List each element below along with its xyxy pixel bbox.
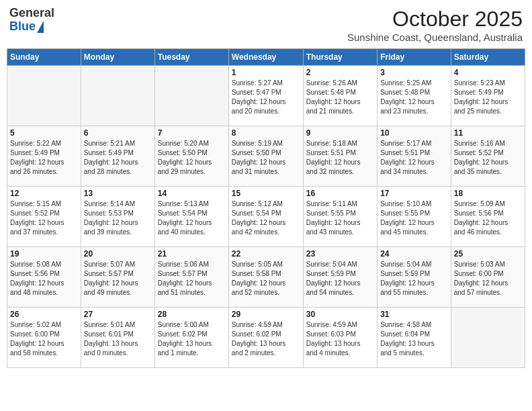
title-section: October 2025 Sunshine Coast, Queensland,… — [347, 7, 523, 43]
calendar-cell: 1Sunrise: 5:27 AMSunset: 5:47 PMDaylight… — [228, 66, 303, 126]
calendar-cell: 30Sunrise: 4:59 AMSunset: 6:03 PMDayligh… — [303, 308, 377, 368]
calendar-week-row: 5Sunrise: 5:22 AMSunset: 5:49 PMDaylight… — [7, 126, 525, 187]
day-info: Sunrise: 5:11 AMSunset: 5:55 PMDaylight:… — [306, 199, 374, 237]
day-info: Sunrise: 5:08 AMSunset: 5:56 PMDaylight:… — [10, 260, 78, 298]
calendar-cell: 26Sunrise: 5:02 AMSunset: 6:00 PMDayligh… — [7, 308, 81, 368]
location-subtitle: Sunshine Coast, Queensland, Australia — [347, 32, 523, 43]
column-header-sunday: Sunday — [7, 49, 81, 66]
day-number: 16 — [306, 189, 374, 198]
day-number: 8 — [232, 128, 300, 138]
calendar-cell — [81, 66, 154, 126]
day-info: Sunrise: 5:01 AMSunset: 6:01 PMDaylight:… — [84, 320, 152, 358]
calendar-header-row: SundayMondayTuesdayWednesdayThursdayFrid… — [7, 49, 525, 66]
day-info: Sunrise: 5:18 AMSunset: 5:51 PMDaylight:… — [306, 139, 374, 177]
column-header-thursday: Thursday — [303, 49, 377, 66]
calendar-cell: 14Sunrise: 5:13 AMSunset: 5:54 PMDayligh… — [154, 187, 228, 247]
calendar-cell: 5Sunrise: 5:22 AMSunset: 5:49 PMDaylight… — [7, 126, 81, 187]
calendar-cell: 23Sunrise: 5:04 AMSunset: 5:59 PMDayligh… — [303, 247, 377, 308]
calendar-cell: 12Sunrise: 5:15 AMSunset: 5:52 PMDayligh… — [7, 187, 81, 247]
day-number: 7 — [158, 128, 226, 138]
day-info: Sunrise: 5:17 AMSunset: 5:51 PMDaylight:… — [380, 139, 448, 177]
day-number: 6 — [84, 128, 152, 138]
calendar-cell — [451, 308, 525, 368]
calendar-cell: 3Sunrise: 5:25 AMSunset: 5:48 PMDaylight… — [378, 66, 451, 126]
day-number: 26 — [10, 310, 78, 319]
calendar-cell — [154, 66, 228, 126]
calendar-cell: 24Sunrise: 5:04 AMSunset: 5:59 PMDayligh… — [378, 247, 451, 308]
calendar-cell: 11Sunrise: 5:16 AMSunset: 5:52 PMDayligh… — [451, 126, 525, 187]
column-header-saturday: Saturday — [451, 49, 525, 66]
day-info: Sunrise: 5:22 AMSunset: 5:49 PMDaylight:… — [10, 139, 78, 177]
calendar-cell: 2Sunrise: 5:26 AMSunset: 5:48 PMDaylight… — [303, 66, 377, 126]
calendar-week-row: 12Sunrise: 5:15 AMSunset: 5:52 PMDayligh… — [7, 187, 525, 247]
day-info: Sunrise: 5:00 AMSunset: 6:02 PMDaylight:… — [158, 320, 226, 358]
day-info: Sunrise: 5:25 AMSunset: 5:48 PMDaylight:… — [380, 79, 448, 116]
calendar-cell: 7Sunrise: 5:20 AMSunset: 5:50 PMDaylight… — [154, 126, 228, 187]
calendar-cell: 15Sunrise: 5:12 AMSunset: 5:54 PMDayligh… — [228, 187, 303, 247]
day-number: 31 — [380, 310, 448, 319]
day-number: 13 — [84, 189, 152, 198]
day-info: Sunrise: 5:16 AMSunset: 5:52 PMDaylight:… — [454, 139, 522, 177]
calendar-cell: 18Sunrise: 5:09 AMSunset: 5:56 PMDayligh… — [451, 187, 525, 247]
day-info: Sunrise: 4:59 AMSunset: 6:03 PMDaylight:… — [306, 320, 374, 358]
calendar-cell: 22Sunrise: 5:05 AMSunset: 5:58 PMDayligh… — [228, 247, 303, 308]
day-number: 22 — [232, 249, 300, 259]
day-info: Sunrise: 5:15 AMSunset: 5:52 PMDaylight:… — [10, 199, 78, 237]
day-info: Sunrise: 5:05 AMSunset: 5:58 PMDaylight:… — [232, 260, 300, 298]
calendar-cell: 17Sunrise: 5:10 AMSunset: 5:55 PMDayligh… — [378, 187, 451, 247]
day-info: Sunrise: 5:12 AMSunset: 5:54 PMDaylight:… — [232, 199, 300, 237]
day-info: Sunrise: 5:27 AMSunset: 5:47 PMDaylight:… — [232, 79, 300, 116]
calendar-week-row: 1Sunrise: 5:27 AMSunset: 5:47 PMDaylight… — [7, 66, 525, 126]
calendar-cell: 4Sunrise: 5:23 AMSunset: 5:49 PMDaylight… — [451, 66, 525, 126]
column-header-wednesday: Wednesday — [228, 49, 303, 66]
day-info: Sunrise: 5:23 AMSunset: 5:49 PMDaylight:… — [454, 79, 522, 116]
day-number: 30 — [306, 310, 374, 319]
calendar-cell: 28Sunrise: 5:00 AMSunset: 6:02 PMDayligh… — [154, 308, 228, 368]
day-number: 9 — [306, 128, 374, 138]
day-number: 4 — [454, 68, 522, 77]
day-info: Sunrise: 5:26 AMSunset: 5:48 PMDaylight:… — [306, 79, 374, 116]
calendar-week-row: 19Sunrise: 5:08 AMSunset: 5:56 PMDayligh… — [7, 247, 525, 308]
day-info: Sunrise: 5:14 AMSunset: 5:53 PMDaylight:… — [84, 199, 152, 237]
day-number: 23 — [306, 249, 374, 259]
day-number: 10 — [380, 128, 448, 138]
column-header-monday: Monday — [81, 49, 154, 66]
day-number: 20 — [84, 249, 152, 259]
day-info: Sunrise: 5:20 AMSunset: 5:50 PMDaylight:… — [158, 139, 226, 177]
logo-general-text: General — [9, 7, 54, 20]
day-info: Sunrise: 5:07 AMSunset: 5:57 PMDaylight:… — [84, 260, 152, 298]
calendar-cell: 16Sunrise: 5:11 AMSunset: 5:55 PMDayligh… — [303, 187, 377, 247]
day-number: 25 — [454, 249, 522, 259]
logo: General Blue — [9, 7, 54, 34]
day-number: 21 — [158, 249, 226, 259]
day-number: 17 — [380, 189, 448, 198]
calendar-week-row: 26Sunrise: 5:02 AMSunset: 6:00 PMDayligh… — [7, 308, 525, 368]
calendar-cell: 19Sunrise: 5:08 AMSunset: 5:56 PMDayligh… — [7, 247, 81, 308]
day-number: 12 — [10, 189, 78, 198]
calendar-cell: 10Sunrise: 5:17 AMSunset: 5:51 PMDayligh… — [378, 126, 451, 187]
day-info: Sunrise: 5:04 AMSunset: 5:59 PMDaylight:… — [306, 260, 374, 298]
day-number: 19 — [10, 249, 78, 259]
calendar-cell: 8Sunrise: 5:19 AMSunset: 5:50 PMDaylight… — [228, 126, 303, 187]
column-header-friday: Friday — [378, 49, 451, 66]
day-number: 18 — [454, 189, 522, 198]
month-title: October 2025 — [347, 7, 523, 32]
day-number: 15 — [232, 189, 300, 198]
day-info: Sunrise: 5:10 AMSunset: 5:55 PMDaylight:… — [380, 199, 448, 237]
calendar-cell: 27Sunrise: 5:01 AMSunset: 6:01 PMDayligh… — [81, 308, 154, 368]
day-number: 28 — [158, 310, 226, 319]
day-info: Sunrise: 5:03 AMSunset: 6:00 PMDaylight:… — [454, 260, 522, 298]
calendar-cell: 9Sunrise: 5:18 AMSunset: 5:51 PMDaylight… — [303, 126, 377, 187]
calendar-cell: 20Sunrise: 5:07 AMSunset: 5:57 PMDayligh… — [81, 247, 154, 308]
day-number: 29 — [232, 310, 300, 319]
day-info: Sunrise: 4:58 AMSunset: 6:04 PMDaylight:… — [380, 320, 448, 358]
day-number: 1 — [232, 68, 300, 77]
logo-blue-text: Blue — [9, 20, 44, 34]
day-number: 2 — [306, 68, 374, 77]
day-number: 24 — [380, 249, 448, 259]
calendar-cell — [7, 66, 81, 126]
day-info: Sunrise: 4:59 AMSunset: 6:02 PMDaylight:… — [232, 320, 300, 358]
calendar-cell: 13Sunrise: 5:14 AMSunset: 5:53 PMDayligh… — [81, 187, 154, 247]
day-number: 27 — [84, 310, 152, 319]
calendar-cell: 31Sunrise: 4:58 AMSunset: 6:04 PMDayligh… — [378, 308, 451, 368]
